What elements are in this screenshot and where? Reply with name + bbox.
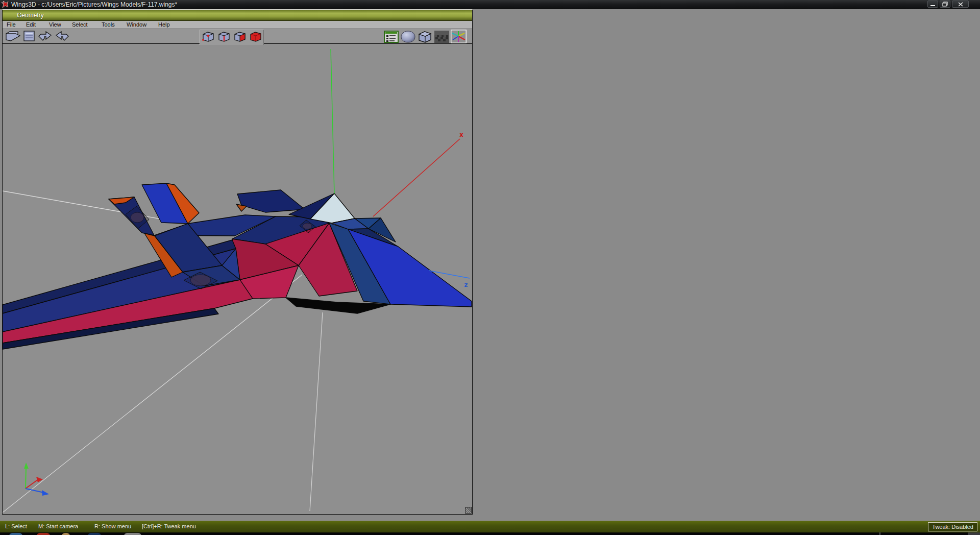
undo-icon[interactable] (37, 30, 53, 44)
hint-left-mouse: L: Select (5, 523, 27, 529)
menu-file[interactable]: File (7, 21, 16, 28)
model-scene: xz (3, 45, 472, 514)
axis-label-x: x (459, 131, 463, 138)
menu-edit[interactable]: Edit (26, 21, 36, 28)
restore-button[interactable] (940, 1, 950, 8)
show-desktop-button[interactable] (968, 532, 980, 535)
menu-help[interactable]: Help (158, 21, 170, 28)
menu-window[interactable]: Window (127, 21, 146, 28)
open-icon[interactable] (5, 30, 21, 44)
taskbar-icon[interactable] (37, 533, 50, 535)
edge-select-icon[interactable] (216, 30, 231, 45)
status-bar: L: Select M: Start camera R: Show menu [… (0, 521, 980, 532)
minimize-button[interactable] (927, 1, 938, 8)
hint-ctrl-right: [Ctrl]+R: Tweak menu (142, 523, 196, 529)
hint-right-mouse: R: Show menu (94, 523, 131, 529)
smooth-shading-icon[interactable] (400, 30, 416, 45)
toolbar (3, 29, 472, 44)
body-select-icon[interactable] (248, 30, 263, 45)
redo-icon[interactable] (54, 30, 70, 44)
window-title: Wings3D - c:/Users/Eric/Pictures/Wings M… (11, 1, 177, 8)
close-button[interactable] (952, 1, 969, 8)
face-select-icon[interactable] (232, 30, 247, 45)
show-info-icon[interactable] (383, 30, 399, 45)
3d-viewport[interactable]: xz (3, 45, 472, 514)
flat-shading-icon[interactable] (417, 30, 433, 45)
taskbar-icon[interactable] (124, 533, 141, 535)
menu-view[interactable]: View (49, 21, 61, 28)
viewport-resize-handle[interactable] (465, 507, 472, 514)
menu-bar: File Edit View Select Tools Window Help (3, 21, 472, 29)
vertex-select-icon[interactable] (201, 30, 215, 45)
axis-label-z: z (464, 281, 468, 288)
hint-middle-mouse: M: Start camera (38, 523, 78, 529)
taskbar-icon[interactable] (9, 533, 22, 535)
geometry-window-title: Geometry (17, 12, 44, 19)
taskbar-icon[interactable] (62, 533, 70, 535)
taskbar-sliver (0, 532, 980, 535)
taskbar-tray-divider (879, 532, 880, 535)
geometry-window: Geometry File Edit View Select Tools Win… (2, 9, 473, 515)
taskbar-icon[interactable] (88, 533, 101, 535)
app-titlebar[interactable]: Wings3D - c:/Users/Eric/Pictures/Wings M… (0, 0, 980, 9)
menu-tools[interactable]: Tools (102, 21, 115, 28)
save-icon[interactable] (22, 30, 36, 44)
menu-select[interactable]: Select (72, 21, 88, 28)
show-axes-icon[interactable] (451, 30, 467, 45)
geometry-window-titlebar[interactable]: Geometry (3, 10, 472, 21)
tweak-status-badge: Tweak: Disabled (928, 522, 977, 531)
show-ground-plane-icon[interactable] (434, 30, 450, 45)
